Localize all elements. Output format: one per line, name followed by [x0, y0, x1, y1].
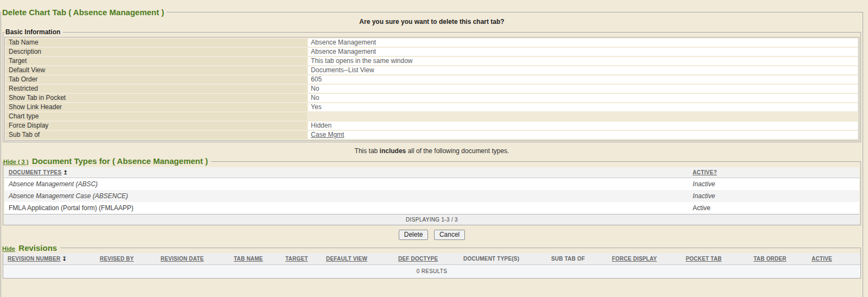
sort-descending-icon: ↧ — [62, 256, 67, 262]
field-value: This tab opens in the same window — [308, 57, 858, 65]
field-label: Show Link Header — [6, 103, 307, 111]
hide-revisions-link[interactable]: Hide — [2, 245, 15, 252]
field-row-force-display: Force Display Hidden — [6, 122, 858, 130]
field-row-target: Target This tab opens in the same window — [6, 57, 858, 65]
revisions-title: Revisions — [18, 243, 57, 252]
field-label: Sub Tab of — [6, 131, 307, 139]
field-value: No — [308, 85, 858, 93]
revision-date-column-header[interactable]: REVISION DATE — [161, 256, 204, 262]
field-value: 605 — [308, 75, 858, 84]
field-row-show-tab-in-pocket: Show Tab in Pocket No — [6, 94, 858, 102]
results-count: 0 RESULTS — [3, 265, 860, 278]
document-type-row: FMLA Application (Portal form) (FMLAAPP)… — [4, 202, 859, 214]
field-value: Documents--List View — [308, 66, 858, 74]
field-row-restricted: Restricted No — [6, 85, 858, 93]
document-type-active-status: Active — [688, 202, 859, 214]
sort-ascending-icon: ↥ — [63, 169, 68, 175]
page: Delete Chart Tab ( Absence Management ) … — [0, 0, 868, 297]
target-column-header[interactable]: TARGET — [285, 256, 308, 262]
field-label: Show Tab in Pocket — [6, 94, 307, 102]
confirm-question: Are you sure you want to delete this cha… — [3, 18, 861, 26]
pagination-status: DISPLAYING 1-3 / 3 — [4, 214, 859, 225]
revisions-legend: Hide Revisions — [2, 243, 60, 253]
active-column-header[interactable]: ACTIVE — [812, 256, 832, 262]
sub-tab-of-column-header: SUB TAB OF — [551, 256, 585, 262]
field-label: Tab Name — [6, 39, 307, 47]
field-label: Restricted — [6, 85, 307, 93]
document-types-column-label: DOCUMENT TYPES — [9, 169, 62, 175]
document-types-column-header[interactable]: DOCUMENT TYPES — [9, 169, 62, 175]
tab-name-column-header[interactable]: TAB NAME — [234, 256, 263, 262]
hide-document-types-link[interactable]: Hide ( 3 ) — [3, 159, 28, 165]
delete-button[interactable]: Delete — [399, 230, 429, 240]
basic-information-table: Tab Name Absence Management Description … — [4, 37, 859, 141]
field-value — [308, 112, 858, 121]
revisions-section: Hide Revisions REVISION NUMBER↧ REVISED … — [3, 243, 861, 279]
document-type-row: Absence Management (ABSC) Inactive — [4, 178, 859, 191]
document-types-title: Document Types for ( Absence Management … — [32, 156, 208, 166]
document-type-name: Absence Management Case (ABSENCE) — [4, 190, 688, 202]
field-row-tab-order: Tab Order 605 — [6, 75, 858, 84]
cancel-button[interactable]: Cancel — [434, 230, 465, 240]
field-row-show-link-header: Show Link Header Yes — [6, 103, 858, 111]
basic-information-section: Basic Information Tab Name Absence Manag… — [3, 28, 861, 142]
delete-chart-tab-section: Delete Chart Tab ( Absence Management ) … — [1, 8, 863, 297]
field-label: Chart type — [6, 112, 307, 121]
force-display-column-header[interactable]: FORCE DISPLAY — [612, 256, 657, 262]
includes-note-bold: includes — [380, 147, 406, 155]
includes-note: This tab includes all of the following d… — [3, 147, 861, 155]
field-label: Target — [6, 57, 307, 65]
field-value: Absence Management — [308, 39, 858, 47]
field-value: Hidden — [308, 122, 858, 130]
pocket-tab-column-header[interactable]: POCKET TAB — [686, 256, 722, 262]
field-label: Tab Order — [6, 75, 307, 84]
default-view-column-header[interactable]: DEFAULT VIEW — [326, 256, 367, 262]
basic-information-title: Basic Information — [5, 28, 63, 36]
document-types-header-row: DOCUMENT TYPES↥ ACTIVE? — [4, 167, 859, 178]
field-value: No — [308, 94, 858, 102]
document-type-active-status: Inactive — [688, 190, 859, 202]
field-label: Force Display — [6, 122, 307, 130]
revisions-table: REVISION NUMBER↧ REVISED BY REVISION DAT… — [3, 253, 860, 265]
field-label: Default View — [6, 66, 307, 74]
field-row-tab-name: Tab Name Absence Management — [6, 39, 858, 47]
action-buttons: Delete Cancel — [3, 229, 861, 240]
document-type-active-status: Inactive — [688, 178, 859, 191]
document-types-legend: Hide ( 3 ) Document Types for ( Absence … — [3, 156, 211, 166]
page-title: Delete Chart Tab ( Absence Management ) — [2, 8, 167, 17]
field-label: Description — [6, 48, 307, 56]
def-doctype-column-header[interactable]: DEF DOCTYPE — [398, 256, 438, 262]
revision-number-column-header[interactable]: REVISION NUMBER — [8, 256, 60, 262]
includes-note-suffix: all of the following document types. — [406, 147, 509, 155]
field-row-sub-tab-of: Sub Tab of Case Mgmt — [6, 131, 858, 139]
field-value: Yes — [308, 103, 858, 111]
document-type-name: FMLA Application (Portal form) (FMLAAPP) — [4, 202, 688, 214]
sub-tab-of-link[interactable]: Case Mgmt — [311, 131, 344, 138]
document-types-column-header: DOCUMENT TYPE(S) — [463, 256, 519, 262]
document-type-row: Absence Management Case (ABSENCE) Inacti… — [4, 190, 859, 202]
revision-number-column-label: REVISION NUMBER — [8, 256, 60, 262]
active-column-label: ACTIVE? — [693, 169, 717, 175]
field-row-chart-type: Chart type — [6, 112, 858, 121]
includes-note-prefix: This tab — [355, 147, 380, 155]
field-value: Absence Management — [308, 48, 858, 56]
active-column-header[interactable]: ACTIVE? — [693, 169, 717, 175]
field-row-default-view: Default View Documents--List View — [6, 66, 858, 74]
revised-by-column-header[interactable]: REVISED BY — [100, 256, 134, 262]
document-types-table: DOCUMENT TYPES↥ ACTIVE? Absence Manageme… — [4, 167, 859, 214]
document-type-name: Absence Management (ABSC) — [4, 178, 688, 191]
document-types-section: Hide ( 3 ) Document Types for ( Absence … — [3, 156, 861, 225]
revisions-header-row: REVISION NUMBER↧ REVISED BY REVISION DAT… — [3, 253, 860, 265]
tab-order-column-header[interactable]: TAB ORDER — [754, 256, 787, 262]
field-row-description: Description Absence Management — [6, 48, 858, 56]
